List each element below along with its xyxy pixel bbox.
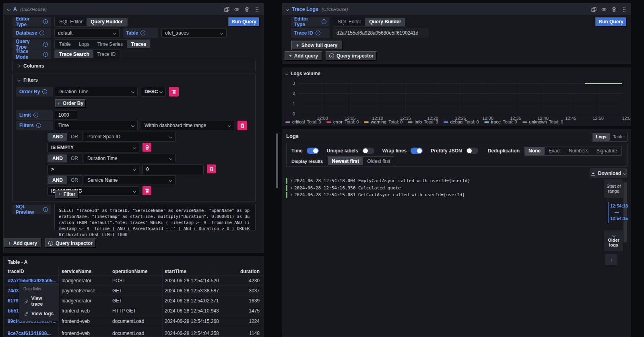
legend-item-critical[interactable]: criticalTotal: 0 — [285, 119, 321, 124]
editor-type-sql-editor[interactable]: SQL Editor — [334, 18, 365, 26]
editor-type-query-builder[interactable]: Query Builder — [365, 18, 405, 26]
filters-section-header[interactable]: Filters — [13, 74, 255, 86]
legend-item-warning[interactable]: warningTotal: 0 — [364, 119, 402, 124]
table-select[interactable]: otel_traces — [161, 28, 227, 38]
columns-section[interactable]: Columns — [12, 61, 256, 71]
trace-id-link[interactable]: 9ce7caf61341938... — [8, 331, 58, 336]
condition2-field-select[interactable]: Duration Time — [84, 154, 175, 163]
info-icon[interactable]: i — [43, 19, 48, 24]
duplicate-query-icon[interactable] — [591, 7, 597, 12]
limit-input[interactable]: 1000 — [55, 110, 77, 120]
newest-first-option[interactable]: Newest first — [328, 157, 363, 165]
info-icon[interactable]: i — [36, 123, 41, 128]
trace-id-link[interactable]: d2a7155ef6a928a05... — [8, 278, 58, 284]
editor-type-query-builder[interactable]: Query Builder — [87, 18, 126, 26]
info-icon[interactable]: i — [43, 52, 48, 57]
logs-volume-title[interactable]: Logs volume — [285, 71, 320, 76]
legend-item-unknown[interactable]: unknownTotal: 0 — [522, 119, 564, 124]
query-type-logs[interactable]: Logs — [75, 40, 93, 48]
remove-order-by-button[interactable] — [169, 87, 179, 97]
expand-log-icon[interactable] — [289, 187, 292, 189]
trace-id-input[interactable]: d2a7155ef6a928a05680e5ff6190241d — [333, 28, 429, 38]
and-option[interactable]: AND — [48, 154, 67, 162]
condition1-field-select[interactable]: Parent Span ID — [84, 132, 175, 142]
column-header-servicename[interactable]: serviceName — [62, 269, 91, 274]
query-inspector-button[interactable]: iQuery inspector — [326, 51, 377, 61]
log-row[interactable]: 2024-06-28 12:54:16.956 Calculated quote — [286, 185, 401, 191]
remove-condition3-button[interactable] — [142, 186, 151, 195]
info-icon[interactable]: i — [43, 42, 48, 47]
delete-query-icon[interactable] — [611, 7, 617, 12]
query-inspector-button[interactable]: iQuery inspector — [45, 238, 96, 248]
condition2-value-input[interactable]: 0 — [142, 164, 204, 174]
query-ref-id[interactable]: Trace Logs — [292, 6, 318, 12]
query-type-traces[interactable]: Traces — [127, 40, 150, 48]
info-icon[interactable]: i — [316, 31, 320, 35]
info-icon[interactable]: i — [39, 31, 44, 35]
dedup-none[interactable]: None — [524, 147, 545, 155]
log-row[interactable]: 2024-06-28 12:54:18.004 EmptyCartAsync c… — [286, 177, 470, 184]
editor-type-sql-editor[interactable]: SQL Editor — [55, 18, 87, 26]
info-icon[interactable]: i — [140, 31, 145, 35]
drag-handle-icon[interactable] — [254, 7, 260, 12]
condition1-operator-select[interactable]: IS EMPTY — [47, 143, 139, 152]
filter-time-field-select[interactable]: Time — [55, 121, 138, 130]
legend-item-info[interactable]: infoTotal: 3 — [408, 119, 438, 124]
hide-response-icon[interactable] — [601, 7, 607, 12]
remove-condition2-button[interactable] — [207, 164, 216, 173]
or-option[interactable]: OR — [67, 176, 82, 184]
condition2-operator-select[interactable]: > — [47, 164, 139, 174]
legend-item-debug[interactable]: debugTotal: 0 — [444, 119, 479, 124]
legend-item-error[interactable]: errorTotal: 0 — [326, 119, 359, 124]
collapse-chevron-icon[interactable] — [7, 8, 10, 11]
remove-time-filter-button[interactable] — [237, 121, 247, 130]
oldest-first-option[interactable]: Oldest first — [363, 157, 394, 165]
dedup-exact[interactable]: Exact — [545, 147, 565, 155]
collapse-chevron-icon[interactable] — [286, 8, 289, 11]
or-option[interactable]: OR — [67, 133, 82, 141]
trace-mode-trace-id[interactable]: Trace ID — [93, 50, 120, 58]
remove-condition1-button[interactable] — [142, 143, 151, 152]
legend-item-trace[interactable]: traceTotal: 0 — [484, 119, 517, 124]
and-option[interactable]: AND — [48, 176, 67, 184]
query-type-table[interactable]: Table — [55, 40, 75, 48]
query-ref-id[interactable]: A — [13, 6, 17, 12]
scrollbar[interactable] — [276, 134, 278, 188]
duplicate-query-icon[interactable] — [224, 7, 229, 12]
column-header-duration[interactable]: duration — [240, 269, 260, 274]
view-trace-link[interactable]: View trace — [19, 294, 59, 309]
add-order-by-button[interactable]: +Order By — [55, 99, 86, 108]
dedup-numbers[interactable]: Numbers — [565, 147, 592, 155]
column-header-traceid[interactable]: traceID — [8, 269, 24, 274]
time-toggle[interactable] — [307, 148, 319, 154]
column-header-starttime[interactable]: startTime — [165, 269, 186, 274]
info-icon[interactable]: i — [322, 19, 326, 24]
expand-log-icon[interactable] — [289, 179, 292, 182]
add-filter-button[interactable]: +Filter — [55, 190, 79, 199]
add-query-button[interactable]: +Add query — [285, 51, 322, 61]
and-option[interactable]: AND — [48, 133, 67, 141]
database-select[interactable]: default — [54, 28, 120, 38]
delete-query-icon[interactable] — [244, 7, 250, 12]
dedup-signature[interactable]: Signature — [592, 147, 621, 155]
view-logs-option[interactable]: Logs — [592, 133, 609, 141]
order-by-direction-select[interactable]: DESC — [141, 87, 166, 97]
drag-handle-icon[interactable] — [621, 7, 627, 12]
run-query-button[interactable]: Run Query — [228, 17, 260, 27]
add-query-button[interactable]: +Add query — [4, 238, 41, 248]
info-icon[interactable]: i — [43, 207, 48, 212]
query-type-time-series[interactable]: Time Series — [93, 40, 127, 48]
hide-response-icon[interactable] — [234, 7, 239, 12]
older-logs-button[interactable]: Older logs — [604, 230, 623, 251]
or-option[interactable]: OR — [67, 154, 82, 162]
download-button[interactable]: Download — [590, 168, 627, 178]
show-full-query-button[interactable]: +Show full query — [291, 41, 343, 50]
view-logs-link[interactable]: View logs — [19, 309, 59, 319]
info-icon[interactable]: i — [33, 113, 38, 117]
scroll-to-top-button[interactable]: ↑ — [605, 254, 617, 265]
expand-log-icon[interactable] — [289, 193, 292, 196]
unique-labels-toggle[interactable] — [362, 148, 374, 154]
run-query-button[interactable]: Run Query — [595, 17, 627, 27]
minimap-track[interactable] — [623, 182, 627, 242]
filter-time-range-select[interactable]: Within dashboard time range — [141, 121, 234, 130]
